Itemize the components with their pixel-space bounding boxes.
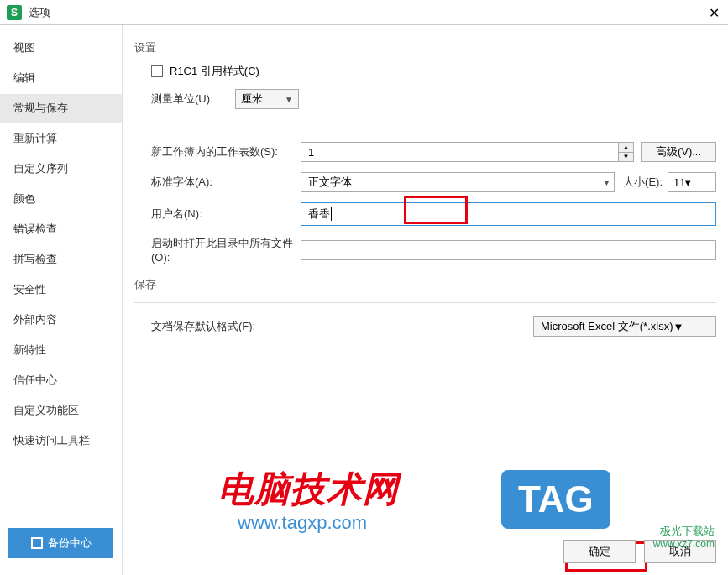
chevron-down-icon: ▼ xyxy=(673,321,683,333)
format-value: Microsoft Excel 文件(*.xlsx) xyxy=(541,319,673,334)
sidebar-item-custom-lists[interactable]: 自定义序列 xyxy=(0,154,122,183)
size-value: 11 xyxy=(673,176,685,189)
dialog-footer: 确定 取消 xyxy=(563,540,716,563)
content-pane: 设置 R1C1 引用样式(C) 测量单位(U): 厘米 ▼ 新工作簿内的工作表数… xyxy=(123,25,728,575)
username-input[interactable]: 香香 xyxy=(301,202,716,226)
divider xyxy=(134,302,716,303)
chevron-down-icon: ▾ xyxy=(685,176,691,189)
sidebar-item-general-save[interactable]: 常规与保存 xyxy=(0,94,122,123)
startup-dir-label: 启动时打开此目录中所有文件(O): xyxy=(151,236,301,264)
format-label: 文档保存默认格式(F): xyxy=(151,319,301,334)
sidebar: 视图 编辑 常规与保存 重新计算 自定义序列 颜色 错误检查 拼写检查 安全性 … xyxy=(0,25,123,575)
sidebar-item-security[interactable]: 安全性 xyxy=(0,275,122,304)
backup-icon xyxy=(31,537,43,549)
sidebar-item-recalc[interactable]: 重新计算 xyxy=(0,124,122,153)
font-label: 标准字体(A): xyxy=(151,175,301,190)
startup-dir-input[interactable] xyxy=(301,240,716,260)
sidebar-item-spell-check[interactable]: 拼写检查 xyxy=(0,245,122,274)
unit-value: 厘米 xyxy=(241,91,263,107)
spin-down-icon[interactable]: ▼ xyxy=(619,153,633,162)
sidebar-item-view[interactable]: 视图 xyxy=(0,34,122,62)
sidebar-item-error-check[interactable]: 错误检查 xyxy=(0,215,122,243)
close-button[interactable]: ✕ xyxy=(704,3,723,22)
settings-section-label: 设置 xyxy=(134,40,716,55)
username-value: 香香 xyxy=(308,206,330,222)
divider xyxy=(134,128,716,128)
ok-button[interactable]: 确定 xyxy=(563,540,636,563)
spin-up-icon[interactable]: ▲ xyxy=(619,143,633,153)
format-select[interactable]: Microsoft Excel 文件(*.xlsx) ▼ xyxy=(533,316,716,337)
unit-select[interactable]: 厘米 ▼ xyxy=(235,89,299,109)
cancel-button[interactable]: 取消 xyxy=(644,540,716,563)
backup-label: 备份中心 xyxy=(48,536,92,551)
save-section-label: 保存 xyxy=(134,277,716,292)
sidebar-item-color[interactable]: 颜色 xyxy=(0,185,122,213)
chevron-down-icon: ▼ xyxy=(285,95,293,104)
font-value: 正文字体 xyxy=(308,175,352,190)
sidebar-item-quick-access[interactable]: 快速访问工具栏 xyxy=(0,426,122,455)
backup-center-button[interactable]: 备份中心 xyxy=(8,528,113,558)
r1c1-label: R1C1 引用样式(C) xyxy=(170,64,259,79)
sheets-label: 新工作簿内的工作表数(S): xyxy=(151,144,301,159)
titlebar: S 选项 ✕ xyxy=(0,0,728,25)
sidebar-item-customize-ribbon[interactable]: 自定义功能区 xyxy=(0,396,122,425)
font-select[interactable]: 正文字体 ▾ xyxy=(301,172,615,192)
window-title: 选项 xyxy=(29,5,50,20)
sidebar-item-trust-center[interactable]: 信任中心 xyxy=(0,366,122,395)
advanced-button[interactable]: 高级(V)... xyxy=(641,142,716,162)
size-select[interactable]: 11 ▾ xyxy=(668,172,716,192)
app-icon: S xyxy=(7,5,22,20)
sheets-spinner[interactable]: 1 ▲ ▼ xyxy=(301,142,634,162)
username-label: 用户名(N): xyxy=(151,206,301,222)
sidebar-item-external-content[interactable]: 外部内容 xyxy=(0,306,122,334)
sidebar-item-new-features[interactable]: 新特性 xyxy=(0,336,122,364)
sheets-value: 1 xyxy=(308,146,314,159)
chevron-down-icon: ▾ xyxy=(605,178,609,187)
r1c1-checkbox[interactable] xyxy=(151,65,163,77)
sidebar-item-edit[interactable]: 编辑 xyxy=(0,64,122,92)
unit-label: 测量单位(U): xyxy=(151,91,235,107)
size-label: 大小(E): xyxy=(623,175,663,190)
